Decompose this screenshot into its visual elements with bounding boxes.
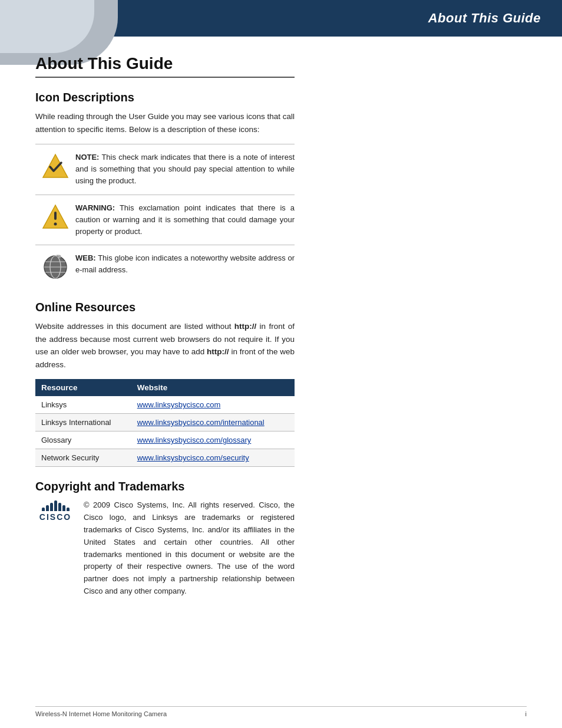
- web-icon-row: WEB: This globe icon indicates a notewor…: [35, 245, 295, 288]
- table-row: Linksyswww.linksysbycisco.com: [35, 396, 295, 414]
- resource-cell: Linksys International: [35, 414, 131, 431]
- website-cell[interactable]: www.linksysbycisco.com/international: [131, 414, 295, 431]
- online-resources-text1: Website addresses in this document are l…: [35, 322, 234, 331]
- table-header-row: Resource Website: [35, 379, 295, 396]
- bar7: [67, 508, 70, 511]
- http-label-1: http://: [234, 322, 256, 331]
- table-row: Network Securitywww.linksysbycisco.com/s…: [35, 449, 295, 467]
- web-icon-cell: [35, 252, 75, 281]
- bar3: [50, 503, 53, 511]
- note-text: This check mark indicates that there is …: [75, 153, 295, 185]
- section-title-icon-descriptions: Icon Descriptions: [35, 91, 295, 104]
- svg-marker-0: [43, 154, 68, 177]
- bar4: [54, 500, 57, 511]
- bar2: [46, 505, 49, 511]
- col-header-website: Website: [131, 379, 295, 396]
- table-row: Linksys Internationalwww.linksysbycisco.…: [35, 414, 295, 431]
- warning-icon-row: WARNING: This exclamation point indicate…: [35, 195, 295, 245]
- section-title-copyright: Copyright and Trademarks: [35, 480, 295, 493]
- web-text: This globe icon indicates a noteworthy w…: [75, 253, 295, 274]
- website-link[interactable]: www.linksysbycisco.com/international: [137, 418, 265, 427]
- svg-point-9: [58, 255, 61, 258]
- resource-cell: Network Security: [35, 449, 131, 467]
- page-footer: Wireless-N Internet Home Monitoring Came…: [35, 706, 527, 717]
- note-icon: [42, 153, 69, 180]
- online-resources-text: Website addresses in this document are l…: [35, 320, 295, 371]
- website-link[interactable]: www.linksysbycisco.com: [137, 400, 221, 409]
- http-label-2: http://: [207, 347, 229, 356]
- page-main-title: About This Guide: [35, 54, 295, 78]
- warning-icon-cell: [35, 202, 75, 230]
- resource-cell: Linksys: [35, 396, 131, 414]
- website-link[interactable]: www.linksysbycisco.com/security: [137, 453, 249, 462]
- bar1: [42, 508, 45, 511]
- warning-label: WARNING:: [75, 203, 115, 212]
- main-content: About This Guide Icon Descriptions While…: [0, 42, 330, 621]
- footer-left: Wireless-N Internet Home Monitoring Came…: [35, 710, 167, 717]
- table-row: Glossarywww.linksysbycisco.com/glossary: [35, 431, 295, 449]
- warning-description: WARNING: This exclamation point indicate…: [75, 202, 295, 238]
- svg-point-3: [54, 222, 57, 225]
- note-description: NOTE: This check mark indicates that the…: [75, 151, 295, 187]
- copyright-row: CISCO © 2009 Cisco Systems, Inc. All rig…: [35, 499, 295, 597]
- cisco-text: CISCO: [39, 512, 71, 522]
- note-icon-row: NOTE: This check mark indicates that the…: [35, 144, 295, 194]
- header-title: About This Guide: [428, 11, 541, 26]
- resources-table: Resource Website Linksyswww.linksysbycis…: [35, 379, 295, 467]
- web-globe-icon: [42, 253, 69, 281]
- online-resources-section: Online Resources Website addresses in th…: [35, 301, 295, 467]
- note-icon-cell: [35, 151, 75, 180]
- bar5: [58, 503, 61, 511]
- web-label: WEB:: [75, 253, 96, 262]
- website-link[interactable]: www.linksysbycisco.com/glossary: [137, 436, 252, 444]
- col-header-resource: Resource: [35, 379, 131, 396]
- web-description: WEB: This globe icon indicates a notewor…: [75, 252, 295, 276]
- website-cell[interactable]: www.linksysbycisco.com/security: [131, 449, 295, 467]
- cisco-logo: CISCO: [35, 499, 75, 522]
- icon-descriptions-intro: While reading through the User Guide you…: [35, 110, 295, 136]
- bar6: [62, 505, 65, 511]
- copyright-text: © 2009 Cisco Systems, Inc. All rights re…: [84, 499, 295, 597]
- footer-right: i: [525, 710, 527, 717]
- note-label: NOTE:: [75, 153, 99, 162]
- cisco-bars: [42, 500, 70, 511]
- website-cell[interactable]: www.linksysbycisco.com: [131, 396, 295, 414]
- resource-cell: Glossary: [35, 431, 131, 449]
- section-title-online-resources: Online Resources: [35, 301, 295, 314]
- website-cell[interactable]: www.linksysbycisco.com/glossary: [131, 431, 295, 449]
- warning-icon: [42, 203, 69, 230]
- svg-rect-2: [54, 212, 57, 220]
